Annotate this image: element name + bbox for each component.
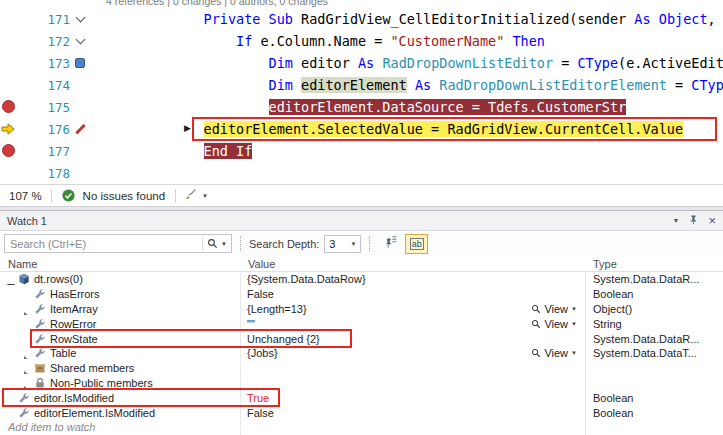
watch-type: Boolean	[593, 288, 633, 300]
watch-row[interactable]: RowError "" View▼ String	[0, 316, 723, 331]
view-button[interactable]: View▼	[531, 347, 585, 359]
code-line[interactable]: 177 End If	[0, 140, 723, 162]
value-cell[interactable]: "" View▼	[240, 318, 585, 330]
type-cell: System.Data.DataR...	[585, 273, 723, 285]
code-text[interactable]: editorElement.SelectedValue = RadGridVie…	[90, 121, 683, 137]
name-cell: RowError	[0, 318, 240, 330]
code-line[interactable]: 174 Dim editorElement As RadDropDownList…	[0, 74, 723, 96]
breakpoint-margin[interactable]	[0, 140, 18, 162]
close-icon[interactable]: ×	[708, 215, 716, 227]
zoom-control[interactable]: 107 %	[0, 190, 51, 202]
line-number: 171	[18, 12, 70, 27]
code-line[interactable]: 176 editorElement.SelectedValue = RadGri…	[0, 118, 723, 140]
watch-titlebar[interactable]: Watch 1 ▼ ×	[0, 211, 723, 231]
value-cell[interactable]: False	[240, 407, 585, 419]
wrench-icon	[18, 407, 34, 419]
watch-row[interactable]: ItemArray {Length=13} View▼ Object()	[0, 302, 723, 317]
code-editor[interactable]: 4 references | 0 changes | 0 authors, 0 …	[0, 0, 723, 184]
codelens[interactable]: 4 references | 0 changes | 0 authors, 0 …	[106, 0, 328, 7]
breakpoint-margin[interactable]	[0, 30, 18, 52]
breakpoint-margin[interactable]	[0, 8, 18, 30]
chevron-down-icon: ▼	[571, 350, 577, 356]
value-cell[interactable]: True	[240, 392, 585, 404]
watch-row[interactable]: Non-Public members	[0, 376, 723, 391]
watch-row[interactable]: HasErrors False Boolean	[0, 287, 723, 302]
breakpoint-margin[interactable]	[0, 74, 18, 96]
watch-panel: Watch 1 ▼ × ▼ Search Depth: 3 ▼ ab Name …	[0, 211, 723, 435]
code-text[interactable]: If e.Column.Name = "CustomerName" Then	[90, 33, 545, 49]
code-line[interactable]: 172 If e.Column.Name = "CustomerName" Th…	[0, 30, 723, 52]
view-label: View	[544, 347, 568, 359]
watch-value: {Jobs}	[247, 347, 278, 359]
breakpoint-margin[interactable]	[0, 96, 18, 118]
collapse-chevron-icon[interactable]	[75, 35, 85, 45]
breakpoint-icon[interactable]	[2, 144, 15, 157]
window-position-chevron-icon[interactable]: ▼	[672, 218, 679, 224]
code-text[interactable]: Private Sub RadGridView_CellEditorInitia…	[90, 11, 723, 27]
code-line[interactable]: 175 editorElement.DataSource = Tdefs.Cus…	[0, 96, 723, 118]
column-header-type[interactable]: Type	[585, 258, 617, 270]
breakpoint-margin[interactable]	[0, 162, 18, 184]
collapse-chevron-icon[interactable]	[75, 13, 85, 23]
watch-row[interactable]: editorElement.IsModified False Boolean	[0, 405, 723, 420]
code-line[interactable]: 178	[0, 162, 723, 184]
view-button[interactable]: View▼	[531, 303, 585, 315]
issues-indicator[interactable]: No issues found	[52, 189, 175, 202]
watch-rows: dt.rows(0) {System.Data.DataRow} System.…	[0, 272, 723, 435]
code-text[interactable]: Dim editorElement As RadDropDownListEdit…	[90, 77, 723, 93]
wrench-icon	[34, 288, 50, 300]
watch-row[interactable]: Table {Jobs} View▼ System.Data.DataT...	[0, 346, 723, 361]
value-cell[interactable]: Unchanged {2}	[240, 333, 585, 345]
code-line[interactable]: 173 Dim editor As RadDropDownListEditor …	[0, 52, 723, 74]
line-number: 178	[18, 166, 70, 181]
breakpoint-margin[interactable]	[0, 52, 18, 74]
line-number: 173	[18, 56, 70, 71]
breakpoint-icon[interactable]	[2, 100, 15, 113]
chevron-down-icon[interactable]: ▼	[221, 241, 227, 247]
code-lines: 171 Private Sub RadGridView_CellEditorIn…	[0, 8, 723, 184]
outline-gutter[interactable]	[70, 140, 90, 162]
column-header-name[interactable]: Name	[0, 258, 240, 270]
outline-gutter[interactable]	[70, 96, 90, 118]
code-text[interactable]: End If	[90, 143, 252, 159]
breakpoint-margin[interactable]	[0, 118, 18, 140]
value-cell[interactable]: False	[240, 288, 585, 300]
type-cell: Boolean	[585, 392, 723, 404]
search-depth-dropdown[interactable]: 3 ▼	[324, 235, 361, 253]
watch-row[interactable]: Shared members	[0, 361, 723, 376]
view-button[interactable]: View▼	[531, 318, 585, 330]
name-cell: editor.IsModified	[0, 392, 240, 404]
search-icon[interactable]	[207, 238, 218, 249]
outline-gutter[interactable]	[70, 118, 90, 140]
column-header-value[interactable]: Value	[240, 258, 585, 270]
name-cell: RowState	[0, 333, 240, 345]
code-cleanup-button[interactable]: ▼	[176, 188, 216, 203]
watch-value: False	[247, 407, 274, 419]
shared-icon	[34, 362, 50, 374]
watch-row[interactable]: RowState Unchanged {2} System.Data.DataR…	[0, 331, 723, 346]
watch-row[interactable]: dt.rows(0) {System.Data.DataRow} System.…	[0, 272, 723, 287]
text-view-toggle-button[interactable]: ab	[405, 234, 428, 254]
pin-icon[interactable]	[688, 214, 699, 227]
watch-name: RowError	[50, 318, 96, 330]
search-depth-label: Search Depth:	[249, 238, 319, 250]
outline-gutter[interactable]	[70, 52, 90, 74]
value-cell[interactable]: {System.Data.DataRow}	[240, 273, 585, 285]
search-box: ▼	[4, 234, 232, 253]
value-cell[interactable]: {Jobs} View▼	[240, 347, 585, 359]
watch-value: True	[247, 392, 269, 404]
wrench-icon	[34, 333, 50, 345]
outline-gutter[interactable]	[70, 8, 90, 30]
code-text[interactable]: editorElement.DataSource = Tdefs.Custome…	[90, 99, 626, 115]
watch-name: editorElement.IsModified	[34, 407, 155, 419]
watch-row[interactable]: editor.IsModified True Boolean	[0, 390, 723, 405]
outline-gutter[interactable]	[70, 30, 90, 52]
value-cell[interactable]: {Length=13} View▼	[240, 303, 585, 315]
code-text[interactable]: Dim editor As RadDropDownListEditor = CT…	[90, 55, 723, 71]
outline-gutter[interactable]	[70, 162, 90, 184]
search-input[interactable]	[5, 235, 202, 252]
outline-gutter[interactable]	[70, 74, 90, 96]
add-watch-row[interactable]: Add item to watch	[0, 420, 723, 435]
code-line[interactable]: 171 Private Sub RadGridView_CellEditorIn…	[0, 8, 723, 30]
pin-values-button[interactable]	[380, 234, 403, 254]
